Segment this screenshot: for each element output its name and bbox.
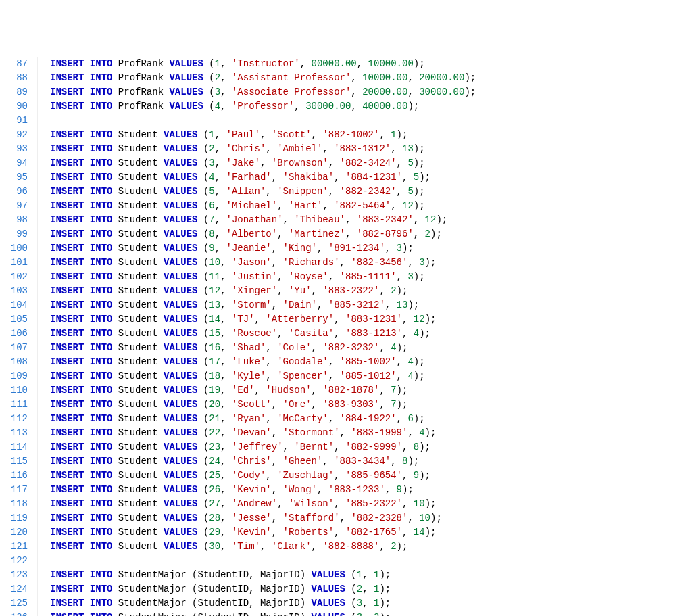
code-line[interactable]: INSERT INTO Student VALUES (25, 'Cody', … xyxy=(50,469,692,483)
code-line[interactable]: INSERT INTO ProfRank VALUES (2, 'Assista… xyxy=(50,71,692,85)
code-line[interactable]: INSERT INTO Student VALUES (21, 'Ryan', … xyxy=(50,412,692,426)
code-line[interactable]: INSERT INTO Student VALUES (29, 'Kevin',… xyxy=(50,525,692,540)
code-line[interactable]: INSERT INTO Student VALUES (26, 'Kevin',… xyxy=(50,483,692,497)
line-number: 109 xyxy=(0,369,28,383)
code-line[interactable]: INSERT INTO Student VALUES (5, 'Allan', … xyxy=(50,185,692,199)
table-name: Student xyxy=(118,527,158,538)
line-number: 97 xyxy=(0,199,28,213)
keyword-into: INTO xyxy=(90,385,113,396)
table-name: StudentMajor xyxy=(118,612,187,616)
table-name: ProfRank xyxy=(118,87,164,97)
code-line[interactable]: INSERT INTO Student VALUES (16, 'Shad', … xyxy=(50,341,692,355)
string-literal: 'Richards' xyxy=(283,257,340,268)
number-literal: 12 xyxy=(414,314,425,325)
code-line[interactable]: INSERT INTO Student VALUES (4, 'Farhad',… xyxy=(50,170,692,185)
string-literal: 'Casita' xyxy=(289,328,334,339)
code-line[interactable]: INSERT INTO Student VALUES (18, 'Kyle', … xyxy=(50,369,692,383)
keyword-insert: INSERT xyxy=(50,143,84,154)
keyword-into: INTO xyxy=(90,356,113,367)
code-line[interactable] xyxy=(50,114,692,128)
number-literal: 27 xyxy=(209,498,220,509)
code-line[interactable]: INSERT INTO Student VALUES (6, 'Michael'… xyxy=(50,199,692,213)
number-literal: 13 xyxy=(209,300,220,310)
number-literal: 8 xyxy=(414,442,419,452)
string-literal: '885-1111' xyxy=(340,271,397,282)
code-line[interactable]: INSERT INTO Student VALUES (15, 'Roscoe'… xyxy=(50,327,692,341)
table-name: Student xyxy=(118,314,158,325)
code-line[interactable]: INSERT INTO Student VALUES (19, 'Ed', 'H… xyxy=(50,383,692,398)
number-literal: 4 xyxy=(419,427,424,438)
line-number: 98 xyxy=(0,213,28,227)
code-line[interactable]: INSERT INTO StudentMajor (StudentID, Maj… xyxy=(50,596,692,611)
table-name: ProfRank xyxy=(118,101,164,112)
code-line[interactable]: INSERT INTO Student VALUES (17, 'Luke', … xyxy=(50,355,692,369)
keyword-insert: INSERT xyxy=(50,172,84,183)
number-literal: 9 xyxy=(209,243,214,254)
keyword-insert: INSERT xyxy=(50,584,84,594)
code-line[interactable]: INSERT INTO StudentMajor (StudentID, Maj… xyxy=(50,582,692,596)
code-line[interactable]: INSERT INTO ProfRank VALUES (4, 'Profess… xyxy=(50,99,692,114)
code-content[interactable]: INSERT INTO ProfRank VALUES (1, 'Instruc… xyxy=(38,57,692,616)
code-line[interactable]: INSERT INTO StudentMajor (StudentID, Maj… xyxy=(50,568,692,582)
string-literal: '882-9999' xyxy=(345,442,402,452)
code-line[interactable]: INSERT INTO Student VALUES (22, 'Devan',… xyxy=(50,426,692,440)
code-line[interactable]: INSERT INTO Student VALUES (10, 'Jason',… xyxy=(50,256,692,270)
keyword-values: VALUES xyxy=(164,456,197,467)
keyword-into: INTO xyxy=(90,158,113,168)
code-line[interactable]: INSERT INTO ProfRank VALUES (1, 'Instruc… xyxy=(50,57,692,71)
string-literal: '883-1999' xyxy=(351,427,407,438)
code-line[interactable]: INSERT INTO Student VALUES (12, 'Xinger'… xyxy=(50,284,692,298)
code-line[interactable]: INSERT INTO Student VALUES (30, 'Tim', '… xyxy=(50,540,692,554)
keyword-values: VALUES xyxy=(164,172,197,183)
keyword-into: INTO xyxy=(90,229,113,239)
keyword-into: INTO xyxy=(90,456,113,467)
code-line[interactable]: INSERT INTO Student VALUES (2, 'Chris', … xyxy=(50,142,692,156)
column-list: (StudentID, MajorID) xyxy=(192,612,305,616)
code-line[interactable]: INSERT INTO StudentMajor (StudentID, Maj… xyxy=(50,611,692,616)
keyword-values: VALUES xyxy=(312,612,345,616)
string-literal: 'Shad' xyxy=(232,342,266,353)
line-number: 101 xyxy=(0,256,28,270)
keyword-insert: INSERT xyxy=(50,427,84,438)
code-line[interactable]: INSERT INTO Student VALUES (14, 'TJ', 'A… xyxy=(50,312,692,327)
keyword-insert: INSERT xyxy=(50,271,84,282)
keyword-into: INTO xyxy=(90,442,113,452)
table-name: Student xyxy=(118,158,158,168)
code-line[interactable]: INSERT INTO Student VALUES (28, 'Jesse',… xyxy=(50,511,692,525)
string-literal: 'Spencer' xyxy=(277,371,328,381)
table-name: Student xyxy=(118,427,158,438)
table-name: StudentMajor xyxy=(118,598,187,609)
code-line[interactable]: INSERT INTO Student VALUES (7, 'Jonathan… xyxy=(50,213,692,227)
string-literal: 'Scott' xyxy=(232,399,272,410)
keyword-insert: INSERT xyxy=(50,498,84,509)
line-number: 107 xyxy=(0,341,28,355)
code-line[interactable]: INSERT INTO Student VALUES (27, 'Andrew'… xyxy=(50,497,692,511)
code-line[interactable]: INSERT INTO Student VALUES (20, 'Scott',… xyxy=(50,398,692,412)
code-line[interactable] xyxy=(50,554,692,568)
keyword-values: VALUES xyxy=(164,200,197,211)
keyword-insert: INSERT xyxy=(50,214,84,225)
string-literal: 'Brownson' xyxy=(272,158,328,168)
code-line[interactable]: INSERT INTO Student VALUES (9, 'Jeanie',… xyxy=(50,241,692,256)
code-line[interactable]: INSERT INTO ProfRank VALUES (3, 'Associa… xyxy=(50,85,692,99)
keyword-values: VALUES xyxy=(164,470,197,481)
code-line[interactable]: INSERT INTO Student VALUES (24, 'Chris',… xyxy=(50,454,692,469)
code-line[interactable]: INSERT INTO Student VALUES (3, 'Jake', '… xyxy=(50,156,692,170)
code-line[interactable]: INSERT INTO Student VALUES (8, 'Alberto'… xyxy=(50,227,692,241)
number-literal: 21 xyxy=(209,413,220,424)
code-line[interactable]: INSERT INTO Student VALUES (11, 'Justin'… xyxy=(50,270,692,284)
keyword-insert: INSERT xyxy=(50,442,84,452)
keyword-values: VALUES xyxy=(164,143,197,154)
string-literal: 'Stormont' xyxy=(283,427,340,438)
code-line[interactable]: INSERT INTO Student VALUES (23, 'Jeffrey… xyxy=(50,440,692,454)
number-literal: 1 xyxy=(391,129,396,140)
number-literal: 1 xyxy=(209,129,214,140)
code-line[interactable]: INSERT INTO Student VALUES (13, 'Storm',… xyxy=(50,298,692,312)
code-line[interactable]: INSERT INTO Student VALUES (1, 'Paul', '… xyxy=(50,128,692,142)
line-number: 126 xyxy=(0,611,28,616)
string-literal: '883-2322' xyxy=(322,285,379,296)
string-literal: 'McCarty' xyxy=(277,413,328,424)
keyword-insert: INSERT xyxy=(50,72,84,83)
keyword-insert: INSERT xyxy=(50,58,84,69)
string-literal: 'Wong' xyxy=(283,484,317,495)
